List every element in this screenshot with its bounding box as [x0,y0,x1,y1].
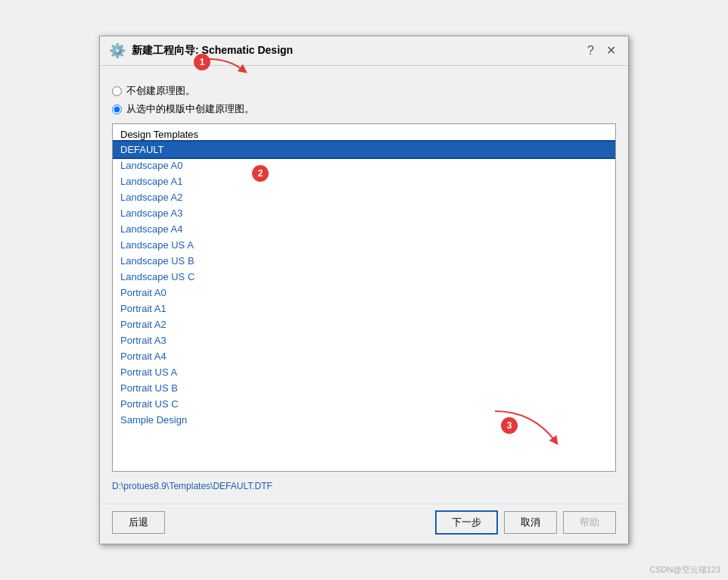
list-item-landscape-a1[interactable]: Landscape A1 [113,173,615,189]
back-button[interactable]: 后退 [112,511,165,534]
list-item-sample-design[interactable]: Sample Design [113,412,615,428]
radio-from-template[interactable] [112,104,122,114]
list-item-portrait-a4[interactable]: Portrait A4 [113,348,615,364]
watermark: CSDN@空云端123 [649,564,720,575]
cancel-button[interactable]: 取消 [504,511,557,534]
list-item-portrait-a2[interactable]: Portrait A2 [113,317,615,332]
list-item-portrait-us-c[interactable]: Portrait US C [113,396,615,412]
radio-no-schematic[interactable] [112,86,122,96]
file-path: D:\protues8.9\Templates\DEFAULT.DTF [112,479,616,493]
list-header: Design Templates [113,126,615,142]
footer-left: 后退 [112,511,429,534]
list-item-landscape-us-b[interactable]: Landscape US B [113,253,615,269]
list-item-landscape-us-c[interactable]: Landscape US C [113,269,615,285]
title-bar: ⚙️ 新建工程向导: Schematic Design ? ✕ [100,36,628,66]
list-item-landscape-a4[interactable]: Landscape A4 [113,221,615,237]
list-item-landscape-a0[interactable]: Landscape A0 [113,157,615,173]
list-item-portrait-a0[interactable]: Portrait A0 [113,285,615,301]
help-button[interactable]: 帮助 [563,511,616,534]
list-item-landscape-a2[interactable]: Landscape A2 [113,189,615,205]
radio-option-1[interactable]: 不创建原理图。 [112,84,616,98]
list-box[interactable]: Design Templates DEFAULT Landscape A0 La… [112,123,616,472]
app-icon: ⚙️ [109,42,126,59]
list-item-portrait-a3[interactable]: Portrait A3 [113,332,615,348]
title-bar-controls: ? ✕ [584,43,619,58]
main-dialog: ⚙️ 新建工程向导: Schematic Design ? ✕ 1 [99,36,629,544]
help-title-btn[interactable]: ? [584,43,597,58]
next-button[interactable]: 下一步 [435,510,498,535]
close-title-btn[interactable]: ✕ [603,43,619,58]
list-item-default[interactable]: DEFAULT [113,142,615,157]
list-box-outer: Design Templates DEFAULT Landscape A0 La… [112,123,616,472]
list-item-landscape-us-a[interactable]: Landscape US A [113,237,615,253]
radio-option-2[interactable]: 从选中的模版中创建原理图。 [112,102,616,116]
list-item-portrait-a1[interactable]: Portrait A1 [113,301,615,317]
radio-label-1: 不创建原理图。 [126,84,195,98]
dialog-footer: 后退 下一步 取消 帮助 [100,504,628,544]
dialog-body: 1 不创建原理图。 从选中的模版中创建原理图。 [100,66,628,504]
badge-1: 1 [194,54,210,70]
list-item-portrait-us-a[interactable]: Portrait US A [113,364,615,380]
radio-label-2: 从选中的模版中创建原理图。 [126,102,254,116]
list-item-landscape-a3[interactable]: Landscape A3 [113,205,615,221]
radio-group: 不创建原理图。 从选中的模版中创建原理图。 [112,84,616,116]
list-item-portrait-us-b[interactable]: Portrait US B [113,380,615,396]
